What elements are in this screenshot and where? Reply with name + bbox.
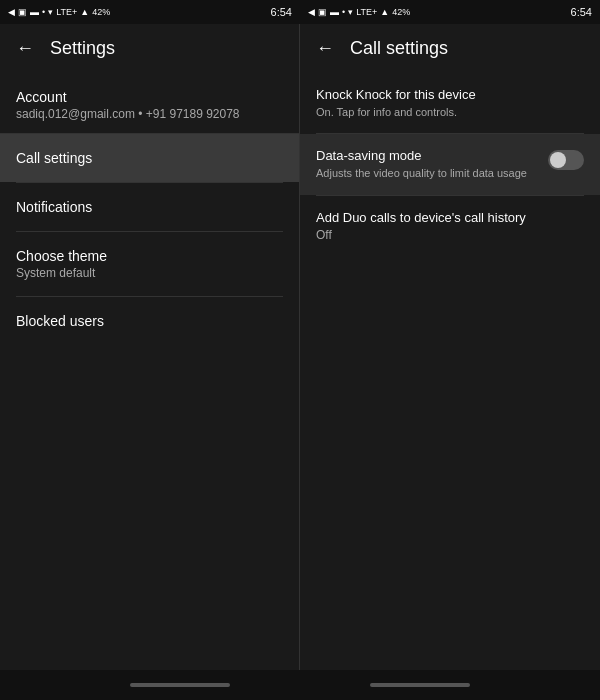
knock-knock-title: Knock Knock for this device: [316, 87, 576, 102]
data-saving-mode-title: Data-saving mode: [316, 148, 519, 163]
bottom-indicator-left: [130, 683, 230, 687]
knock-knock-setting[interactable]: Knock Knock for this device On. Tap for …: [300, 73, 600, 133]
time-right: 6:54: [571, 6, 592, 18]
notifications-label: Notifications: [16, 199, 283, 215]
call-settings-title: Call settings: [350, 38, 448, 59]
sim-icon-r: ▬: [330, 7, 339, 17]
data-saving-mode-text-block: Data-saving mode Adjusts the video quali…: [316, 148, 527, 180]
menu-item-notifications[interactable]: Notifications: [0, 183, 299, 231]
account-label: Account: [16, 89, 283, 105]
call-settings-back-button[interactable]: ←: [316, 38, 334, 59]
account-section[interactable]: Account sadiq.012@gmail.com • +91 97189 …: [0, 73, 299, 134]
battery-left: 42%: [92, 7, 110, 17]
left-status-icons: ◀ ▣ ▬ • ▾ LTE+ ▲ 42%: [8, 7, 110, 17]
menu-item-blocked-users[interactable]: Blocked users: [0, 297, 299, 345]
time-left: 6:54: [271, 6, 292, 18]
notification-icon-r: ▣: [318, 7, 327, 17]
bottom-indicator-right: [370, 683, 470, 687]
add-duo-calls-title: Add Duo calls to device's call history: [316, 210, 576, 225]
send-icon-r: ◀: [308, 7, 315, 17]
status-bar-left: ◀ ▣ ▬ • ▾ LTE+ ▲ 42% 6:54: [0, 0, 300, 24]
add-duo-calls-value: Off: [316, 228, 584, 242]
wifi-icon: ▾: [48, 7, 53, 17]
menu-item-choose-theme[interactable]: Choose theme System default: [0, 232, 299, 296]
settings-back-button[interactable]: ←: [16, 38, 34, 59]
right-status-icons: ◀ ▣ ▬ • ▾ LTE+ ▲ 42%: [308, 7, 410, 17]
data-saving-toggle[interactable]: [548, 150, 584, 170]
blocked-users-label: Blocked users: [16, 313, 283, 329]
choose-theme-subtitle: System default: [16, 266, 283, 280]
data-saving-mode-desc: Adjusts the video quality to limit data …: [316, 166, 527, 180]
settings-panel: ← Settings Account sadiq.012@gmail.com •…: [0, 24, 300, 670]
wifi-icon-r: ▾: [348, 7, 353, 17]
account-info: sadiq.012@gmail.com • +91 97189 92078: [16, 107, 283, 121]
settings-title: Settings: [50, 38, 115, 59]
signal-icon: ▲: [80, 7, 89, 17]
knock-knock-desc: On. Tap for info and controls.: [316, 105, 584, 119]
battery-right: 42%: [392, 7, 410, 17]
bottom-nav-bar: [0, 670, 600, 700]
settings-header: ← Settings: [0, 24, 299, 73]
sim-icon: ▬: [30, 7, 39, 17]
status-bar-right: ◀ ▣ ▬ • ▾ LTE+ ▲ 42% 6:54: [300, 0, 600, 24]
add-duo-calls-setting[interactable]: Add Duo calls to device's call history O…: [300, 196, 600, 256]
data-saving-mode-header: Data-saving mode Adjusts the video quali…: [316, 148, 584, 180]
call-settings-label: Call settings: [16, 150, 283, 166]
main-area: ← Settings Account sadiq.012@gmail.com •…: [0, 24, 600, 670]
signal-icon-r: ▲: [380, 7, 389, 17]
send-icon: ◀: [8, 7, 15, 17]
dot2: •: [342, 7, 345, 17]
lte-label: LTE+: [56, 7, 77, 17]
data-saving-mode-setting[interactable]: Data-saving mode Adjusts the video quali…: [300, 134, 600, 194]
call-settings-panel: ← Call settings Knock Knock for this dev…: [300, 24, 600, 670]
lte-label-r: LTE+: [356, 7, 377, 17]
dot1: •: [42, 7, 45, 17]
notification-icon: ▣: [18, 7, 27, 17]
status-bar: ◀ ▣ ▬ • ▾ LTE+ ▲ 42% 6:54 ◀ ▣ ▬ • ▾ LTE+…: [0, 0, 600, 24]
menu-item-call-settings[interactable]: Call settings: [0, 134, 299, 182]
call-settings-header: ← Call settings: [300, 24, 600, 73]
choose-theme-label: Choose theme: [16, 248, 283, 264]
